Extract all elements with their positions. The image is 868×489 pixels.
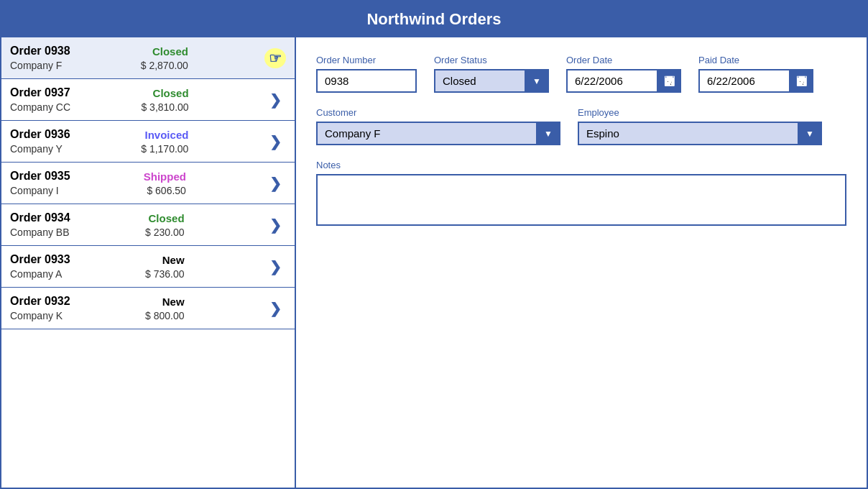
order-amount: $ 736.00: [145, 268, 185, 280]
order-number-label: Order Number: [316, 55, 417, 65]
list-item[interactable]: Order 0935Company IShipped$ 606.50❯: [1, 163, 295, 204]
order-name: Order 0933: [10, 253, 70, 266]
order-name: Order 0935: [10, 170, 70, 183]
order-name: Order 0937: [10, 86, 70, 99]
app-header: Northwind Orders: [1, 1, 867, 37]
order-chevron-button[interactable]: ❯: [265, 215, 286, 235]
order-company: Company CC: [10, 101, 70, 113]
order-chevron-button[interactable]: ☞: [264, 48, 286, 68]
order-status-select-wrap: Closed New Invoiced Shipped: [434, 69, 549, 93]
app-container: Northwind Orders Order 0938Company FClos…: [0, 0, 868, 489]
paid-date-label: Paid Date: [698, 55, 813, 65]
order-status-group: Order Status Closed New Invoiced Shipped: [434, 55, 549, 93]
customer-select-wrap: Company F Company CC Company Y Company I…: [316, 122, 560, 145]
customer-group: Customer Company F Company CC Company Y …: [316, 107, 560, 145]
customer-select[interactable]: Company F Company CC Company Y Company I…: [316, 122, 560, 145]
list-item[interactable]: Order 0936Company YInvoiced$ 1,170.00❯: [1, 121, 295, 163]
order-chevron-button[interactable]: ❯: [265, 173, 286, 193]
employee-select-wrap: Espino Davolio Fuller Leverling Peacock: [578, 122, 822, 145]
order-company: Company BB: [10, 227, 70, 238]
order-name: Order 0934: [10, 211, 70, 224]
order-name: Order 0932: [10, 295, 70, 308]
order-amount: $ 800.00: [145, 310, 185, 321]
list-item[interactable]: Order 0933Company ANew$ 736.00❯: [1, 246, 295, 288]
order-date-group: Order Date: [566, 55, 681, 93]
employee-group: Employee Espino Davolio Fuller Leverling…: [578, 107, 822, 145]
list-item[interactable]: Order 0932Company KNew$ 800.00❯: [1, 288, 295, 329]
employee-select[interactable]: Espino Davolio Fuller Leverling Peacock: [578, 122, 822, 145]
paid-date-calendar-icon[interactable]: [789, 69, 813, 93]
order-status-badge: Closed: [153, 87, 189, 99]
order-amount: $ 1,170.00: [141, 143, 188, 155]
order-date-wrap: [566, 69, 681, 93]
main-content: Order 0938Company FClosed$ 2,870.00☞Orde…: [1, 37, 867, 488]
order-status-badge: New: [162, 254, 185, 266]
list-item[interactable]: Order 0937Company CCClosed$ 3,810.00❯: [1, 79, 295, 121]
order-status-badge: Invoiced: [145, 129, 189, 141]
order-status-select[interactable]: Closed New Invoiced Shipped: [434, 69, 549, 93]
paid-date-wrap: [698, 69, 813, 93]
order-amount: $ 2,870.00: [141, 60, 188, 71]
order-amount: $ 230.00: [145, 227, 185, 238]
notes-textarea[interactable]: [316, 174, 846, 226]
app-title: Northwind Orders: [366, 10, 501, 28]
employee-label: Employee: [578, 107, 822, 118]
customer-label: Customer: [316, 107, 560, 118]
order-name: Order 0936: [10, 128, 70, 141]
paid-date-group: Paid Date: [698, 55, 813, 93]
form-row-2: Customer Company F Company CC Company Y …: [316, 107, 846, 145]
order-status-badge: Shipped: [144, 170, 186, 183]
order-number-input[interactable]: [316, 69, 417, 93]
order-amount: $ 606.50: [147, 185, 186, 196]
order-name: Order 0938: [10, 45, 70, 58]
order-status-label: Order Status: [434, 55, 549, 65]
order-chevron-button[interactable]: ❯: [265, 132, 286, 152]
order-chevron-button[interactable]: ❯: [265, 257, 286, 277]
order-company: Company A: [10, 268, 70, 280]
order-status-badge: Closed: [149, 212, 185, 224]
detail-panel: Order Number Order Status Closed New Inv…: [296, 37, 867, 488]
list-item[interactable]: Order 0938Company FClosed$ 2,870.00☞: [1, 37, 295, 79]
order-amount: $ 3,810.00: [141, 101, 188, 113]
order-status-badge: New: [162, 296, 185, 308]
order-date-label: Order Date: [566, 55, 681, 65]
order-chevron-button[interactable]: ❯: [265, 90, 286, 110]
list-item[interactable]: Order 0934Company BBClosed$ 230.00❯: [1, 204, 295, 246]
notes-group: Notes: [316, 160, 846, 226]
order-list: Order 0938Company FClosed$ 2,870.00☞Orde…: [1, 37, 296, 488]
notes-label: Notes: [316, 160, 846, 170]
order-company: Company Y: [10, 143, 70, 155]
order-chevron-button[interactable]: ❯: [265, 298, 286, 319]
order-company: Company K: [10, 310, 70, 321]
order-company: Company F: [10, 60, 70, 71]
order-date-calendar-icon[interactable]: [657, 69, 681, 93]
form-row-1: Order Number Order Status Closed New Inv…: [316, 55, 846, 93]
order-status-badge: Closed: [152, 45, 188, 58]
order-company: Company I: [10, 185, 70, 196]
order-number-group: Order Number: [316, 55, 417, 93]
